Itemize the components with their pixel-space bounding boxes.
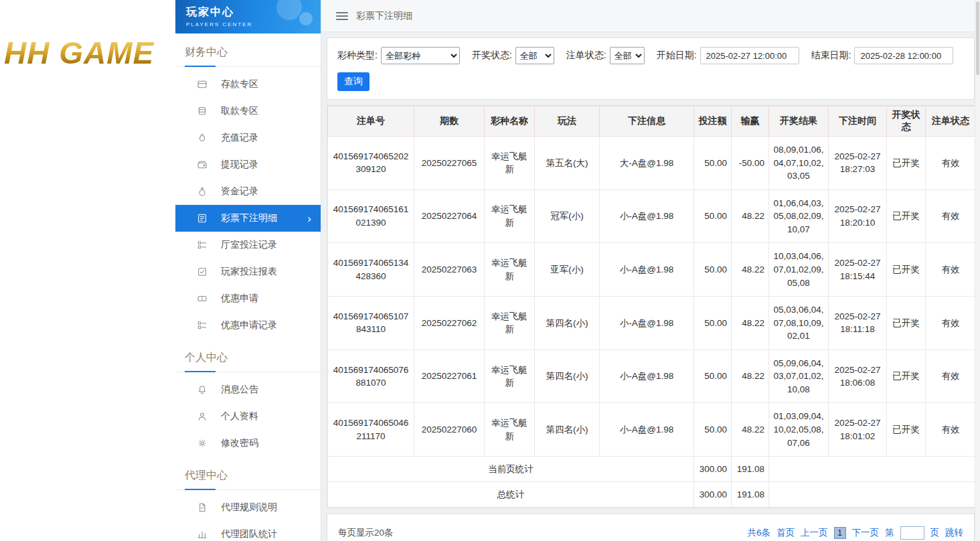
cashout-icon: [197, 159, 208, 170]
pagination-bar: 每页显示20条 共6条 首页 上一页 1 下一页 第 页 跳转: [327, 514, 975, 541]
sidebar-item-label: 个人资料: [221, 410, 258, 422]
cell-lottery-name: 幸运飞艇新: [485, 137, 535, 190]
column-header-issue: 期数: [414, 106, 485, 137]
jump-link[interactable]: 跳转: [945, 527, 963, 539]
cell-play: 第四名(小): [535, 350, 600, 403]
cell-issue: 20250227061: [414, 350, 485, 403]
sidebar-section: 个人中心消息公告个人资料修改密码: [175, 348, 321, 457]
table-header-row: 注单号期数彩种名称玩法下注信息投注额输赢开奖结果下注时间开奖状态注单状态: [328, 106, 976, 137]
funds-icon: [197, 186, 208, 197]
bet-report-icon: [197, 266, 208, 277]
sidebar-item-profile[interactable]: 个人资料: [175, 403, 321, 430]
sidebar-item-label: 消息公告: [221, 384, 258, 396]
promo-icon: [197, 293, 208, 304]
chevron-right-icon: ›: [307, 213, 311, 224]
sidebar-section: 财务中心存款专区取款专区充值记录提现记录资金记录彩票下注明细›厅室投注记录玩家投…: [175, 43, 321, 339]
next-page-link[interactable]: 下一页: [852, 527, 880, 539]
cell-bet-amount: 50.00: [694, 137, 732, 190]
page-prefix-label: 第: [885, 527, 894, 539]
sidebar-item-cashout[interactable]: 提现记录: [175, 151, 321, 178]
sidebar-section-title: 代理中心: [175, 466, 321, 490]
cell-issue: 20250227064: [414, 189, 485, 243]
sidebar-item-promo[interactable]: 优惠申请: [175, 285, 321, 312]
cell-bet-info: 大-A盘@1.98: [600, 137, 694, 190]
scrollbar-thumb[interactable]: [976, 1, 979, 75]
end-date-label: 结束日期:: [811, 50, 851, 62]
cell-draw-status: 已开奖: [887, 297, 926, 350]
cell-bet-time: 2025-02-27 18:20:10: [829, 189, 887, 243]
sidebar-item-hall-record[interactable]: 厅室投注记录: [175, 232, 321, 258]
cell-bet-time: 2025-02-27 18:01:02: [829, 403, 887, 457]
topbar: 彩票下注明细: [321, 0, 980, 32]
cell-bet-status: 有效: [926, 350, 976, 403]
sidebar-section-title: 财务中心: [175, 43, 321, 67]
cell-bet-time: 2025-02-27 18:15:44: [829, 243, 887, 297]
cell-issue: 20250227060: [414, 403, 485, 457]
cell-bet-status: 有效: [926, 243, 976, 297]
sidebar-item-funds[interactable]: 资金记录: [175, 178, 321, 205]
prev-page-link[interactable]: 上一页: [801, 527, 828, 539]
cell-draw-status: 已开奖: [887, 243, 926, 297]
sidebar-item-announcement[interactable]: 消息公告: [175, 376, 321, 403]
password-icon: [197, 438, 208, 449]
sidebar-item-label: 提现记录: [221, 159, 258, 171]
withdraw-icon: [197, 106, 208, 117]
sidebar-item-password[interactable]: 修改密码: [175, 430, 321, 457]
cell-bet-amount: 50.00: [694, 403, 732, 457]
column-header-bet-info: 下注信息: [600, 106, 694, 137]
lottery-type-select[interactable]: 全部彩种: [381, 47, 460, 64]
bets-table: 注单号期数彩种名称玩法下注信息投注额输赢开奖结果下注时间开奖状态注单状态4015…: [327, 106, 976, 508]
sidebar-item-recharge[interactable]: 充值记录: [175, 125, 321, 151]
section-accent-bar: [185, 489, 216, 490]
cell-bet-amount: 50.00: [694, 350, 732, 403]
app: HH GAME 玩家中心 PLAYERS CENTER 财务中心存款专区取款专区…: [0, 0, 980, 541]
bet-status-select[interactable]: 全部: [610, 47, 645, 64]
cell-lottery-name: 幸运飞艇新: [485, 243, 535, 297]
current-page-indicator[interactable]: 1: [834, 527, 846, 539]
table-row: 40156917406504621117020250227060幸运飞艇新第四名…: [328, 403, 976, 457]
sidebar-item-bet-report[interactable]: 玩家投注报表: [175, 258, 321, 285]
cell-play: 冠军(小): [535, 189, 600, 243]
first-page-link[interactable]: 首页: [777, 527, 795, 539]
lottery-type-label: 彩种类型:: [337, 50, 378, 62]
sidebar-item-agent-rules[interactable]: 代理规则说明: [175, 494, 321, 521]
cell-bet-info: 小-A盘@1.98: [600, 297, 694, 350]
bet-status-label: 注单状态:: [566, 50, 606, 62]
draw-status-select[interactable]: 全部: [515, 47, 554, 64]
summary-bet-total: 300.00: [694, 482, 732, 508]
start-date-input[interactable]: [700, 47, 799, 64]
cell-bet-id: 401569174065202309120: [328, 137, 414, 190]
sidebar-item-deposit[interactable]: 存款专区: [175, 71, 321, 98]
query-button[interactable]: 查询: [337, 72, 370, 91]
end-date-input[interactable]: [854, 47, 953, 64]
cell-win-loss: 48.22: [732, 243, 769, 297]
sidebar-item-label: 玩家投注报表: [221, 266, 277, 278]
sidebar-item-withdraw[interactable]: 取款专区: [175, 98, 321, 125]
cell-bet-status: 有效: [926, 403, 976, 457]
column-header-lottery-name: 彩种名称: [485, 106, 535, 137]
start-date-label: 开始日期:: [657, 50, 697, 62]
sidebar-item-label: 修改密码: [221, 437, 258, 449]
table-row: 40156917406507688107020250227061幸运飞艇新第四名…: [328, 350, 976, 403]
cell-draw-result: 01,03,09,04,10,02,05,08,07,06: [769, 403, 829, 457]
scrollbar[interactable]: [975, 0, 980, 541]
sidebar-item-agent-stats[interactable]: 代理团队统计: [175, 521, 321, 541]
sidebar-item-promo-record[interactable]: 优惠申请记录: [175, 312, 321, 339]
column-header-bet-status: 注单状态: [926, 106, 976, 137]
table-panel: 注单号期数彩种名称玩法下注信息投注额输赢开奖结果下注时间开奖状态注单状态4015…: [327, 105, 975, 508]
cell-bet-status: 有效: [926, 137, 976, 190]
page-suffix-label: 页: [930, 527, 940, 539]
cell-issue: 20250227063: [414, 243, 485, 297]
cell-lottery-name: 幸运飞艇新: [485, 350, 535, 403]
sidebar-item-label: 充值记录: [221, 132, 258, 144]
page-jump-input[interactable]: [900, 526, 924, 540]
cell-bet-info: 小-A盘@1.98: [600, 350, 694, 403]
sidebar-item-bet-detail[interactable]: 彩票下注明细›: [175, 205, 321, 232]
cell-draw-result: 05,03,06,04,07,08,10,09,02,01: [769, 297, 829, 350]
column-header-bet-id: 注单号: [328, 106, 414, 137]
hall-record-icon: [197, 240, 208, 250]
cell-bet-time: 2025-02-27 18:27:03: [829, 137, 887, 190]
recharge-icon: [197, 133, 208, 143]
cell-bet-amount: 50.00: [694, 297, 732, 350]
menu-toggle-icon[interactable]: [336, 12, 348, 20]
